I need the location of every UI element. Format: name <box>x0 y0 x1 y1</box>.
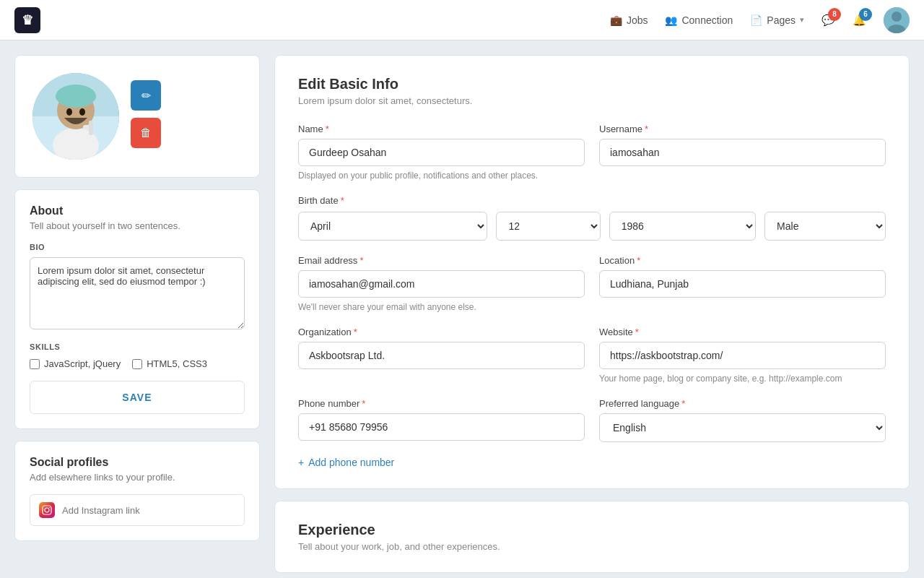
username-group: Username * <box>599 124 886 181</box>
svg-point-1 <box>892 12 902 22</box>
nav-connection[interactable]: Connection <box>665 14 733 27</box>
profile-image-wrap <box>32 73 119 160</box>
name-label: Name * <box>298 124 585 134</box>
briefcase-icon <box>610 14 622 27</box>
profile-image <box>32 73 119 160</box>
name-username-row: Name * Displayed on your public profile,… <box>298 124 886 181</box>
location-group: Location * <box>599 255 886 312</box>
users-icon <box>665 14 677 27</box>
username-input[interactable] <box>599 139 886 166</box>
bio-textarea[interactable]: Lorem ipsum dolor sit amet, consectetur … <box>30 257 245 329</box>
notifications-badge: 6 <box>859 8 872 21</box>
experience-subtitle: Tell about your work, job, and other exp… <box>298 541 886 552</box>
navbar: ♛ Jobs Connection Pages ▾ 8 6 <box>0 0 924 40</box>
social-title: Social profiles <box>30 456 245 469</box>
messages-button[interactable]: 8 <box>821 14 835 27</box>
email-location-row: Email address * We'll never share your e… <box>298 255 886 312</box>
skill-js-checkbox[interactable] <box>30 359 40 369</box>
organization-group: Organization * <box>298 327 585 384</box>
social-profiles-card: Social profiles Add elsewhere links to y… <box>14 441 260 541</box>
page-content: ✏ 🗑 About Tell about yourself in two sen… <box>0 40 924 578</box>
navbar-right: Jobs Connection Pages ▾ 8 6 <box>610 7 910 33</box>
skill-html-checkbox[interactable] <box>132 359 142 369</box>
website-hint: Your home page, blog or company site, e.… <box>599 374 886 384</box>
add-phone-label: Add phone number <box>308 457 394 468</box>
skills-list: JavaScript, jQuery HTML5, CSS3 <box>30 358 245 369</box>
bio-label: BIO <box>30 243 245 251</box>
basic-info-card: Edit Basic Info Lorem ipsum dolor sit am… <box>274 55 910 489</box>
skill-html[interactable]: HTML5, CSS3 <box>132 358 207 369</box>
svg-point-15 <box>49 507 51 509</box>
social-subtitle: Add elsewhere links to your profile. <box>30 472 245 483</box>
experience-title: Experience <box>298 522 886 538</box>
month-select[interactable]: JanuaryFebruaryMarch AprilMayJune JulyAu… <box>298 212 487 241</box>
about-card: About Tell about yourself in two sentenc… <box>14 189 260 429</box>
language-label: Preferred language * <box>599 398 886 409</box>
about-title: About <box>30 204 245 217</box>
add-phone-link[interactable]: + Add phone number <box>298 457 886 468</box>
edit-image-button[interactable]: ✏ <box>131 80 161 111</box>
experience-card: Experience Tell about your work, job, an… <box>274 501 910 573</box>
left-panel: ✏ 🗑 About Tell about yourself in two sen… <box>14 55 260 573</box>
phone-group: Phone number * <box>298 398 585 442</box>
email-hint: We'll never share your email with anyone… <box>298 302 585 312</box>
trash-icon: 🗑 <box>140 126 152 139</box>
day-select[interactable]: 12 <box>496 212 600 241</box>
website-group: Website * Your home page, blog or compan… <box>599 327 886 384</box>
messages-badge: 8 <box>828 8 841 21</box>
form-title: Edit Basic Info <box>298 76 886 92</box>
svg-point-14 <box>45 508 49 512</box>
username-label: Username * <box>599 124 886 134</box>
birthdate-group: Birth date * JanuaryFebruaryMarch AprilM… <box>298 195 886 241</box>
name-hint: Displayed on your public profile, notifi… <box>298 171 585 181</box>
email-group: Email address * We'll never share your e… <box>298 255 585 312</box>
language-group: Preferred language * English Hindi Frenc… <box>599 398 886 442</box>
right-panel: Edit Basic Info Lorem ipsum dolor sit am… <box>274 55 910 573</box>
year-select[interactable]: 1986 <box>609 212 756 241</box>
organization-label: Organization * <box>298 327 585 337</box>
nav-jobs[interactable]: Jobs <box>610 14 648 27</box>
website-label: Website * <box>599 327 886 337</box>
birthdate-row: JanuaryFebruaryMarch AprilMayJune JulyAu… <box>298 212 886 241</box>
location-label: Location * <box>599 255 886 266</box>
profile-avatar-svg <box>32 73 119 160</box>
phone-language-row: Phone number * Preferred language * Engl… <box>298 398 886 442</box>
profile-image-card: ✏ 🗑 <box>14 55 260 178</box>
delete-image-button[interactable]: 🗑 <box>131 118 161 148</box>
file-icon <box>750 14 762 27</box>
location-input[interactable] <box>599 270 886 298</box>
notifications-button[interactable]: 6 <box>853 14 866 27</box>
svg-point-10 <box>79 108 85 116</box>
svg-rect-13 <box>43 506 51 514</box>
birthdate-label: Birth date * <box>298 195 886 206</box>
org-website-row: Organization * Website * Your home page,… <box>298 327 886 384</box>
email-label: Email address * <box>298 255 585 266</box>
name-group: Name * Displayed on your public profile,… <box>298 124 585 181</box>
instagram-input[interactable] <box>62 505 235 516</box>
name-input[interactable] <box>298 139 585 166</box>
edit-icon: ✏ <box>141 89 151 103</box>
skills-label: SKILLS <box>30 342 245 351</box>
gender-select[interactable]: Male Female Other <box>764 212 886 241</box>
about-subtitle: Tell about yourself in two sentences. <box>30 220 245 231</box>
svg-rect-12 <box>89 121 93 135</box>
svg-rect-8 <box>56 93 96 100</box>
phone-label: Phone number * <box>298 398 585 409</box>
skill-js[interactable]: JavaScript, jQuery <box>30 358 121 369</box>
instagram-input-wrap <box>30 494 245 526</box>
instagram-icon <box>39 502 55 518</box>
form-subtitle: Lorem ipsum dolor sit amet, consecteturs… <box>298 95 886 106</box>
save-button[interactable]: SAVE <box>30 381 245 414</box>
user-avatar[interactable] <box>884 7 910 33</box>
nav-pages[interactable]: Pages ▾ <box>750 14 804 27</box>
language-select[interactable]: English Hindi French Spanish German <box>599 413 886 442</box>
plus-icon: + <box>298 457 304 468</box>
phone-input[interactable] <box>298 413 585 441</box>
organization-input[interactable] <box>298 342 585 369</box>
avatar-svg <box>884 7 910 33</box>
svg-point-9 <box>66 108 72 116</box>
profile-image-actions: ✏ 🗑 <box>131 73 161 148</box>
website-input[interactable] <box>599 342 886 369</box>
email-input[interactable] <box>298 270 585 298</box>
brand-logo[interactable]: ♛ <box>14 7 40 33</box>
